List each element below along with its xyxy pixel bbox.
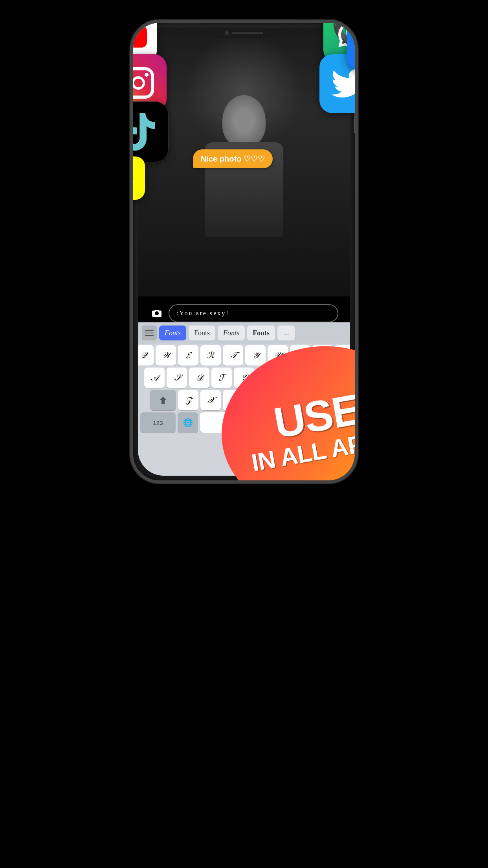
speaker-bar	[232, 32, 263, 34]
menu-button[interactable]	[142, 326, 157, 340]
instagram-camera	[130, 67, 154, 99]
font-tab-cursive[interactable]: Fonts	[159, 326, 186, 340]
tiktok-logo	[130, 113, 155, 151]
menu-line-1	[145, 330, 154, 331]
person-head	[222, 95, 266, 146]
key-shift[interactable]	[150, 390, 176, 410]
font-tab-italic[interactable]: Fonts	[218, 326, 245, 340]
font-tab-bar: Fonts Fonts Fonts Fonts …	[138, 322, 350, 344]
phone-frame: Nice photo ♡♡♡ :You.are.sexy!	[130, 20, 358, 484]
youtube-play-triangle	[130, 31, 136, 42]
key-a[interactable]: 𝒜	[144, 368, 165, 388]
key-f[interactable]: ℱ	[211, 368, 232, 388]
menu-line-3	[145, 335, 154, 336]
font-tab-gothic[interactable]: Fonts	[247, 326, 275, 340]
snapchat-icon[interactable]	[130, 156, 145, 200]
key-t[interactable]: 𝒯	[223, 345, 243, 366]
key-q[interactable]: 𝒬	[138, 345, 154, 366]
snapchat-ghost-logo	[130, 166, 136, 191]
tiktok-icon[interactable]	[130, 101, 169, 162]
menu-line-2	[145, 333, 154, 333]
font-tab-more[interactable]: …	[277, 326, 295, 340]
instagram-lens	[132, 76, 145, 90]
camera-button[interactable]	[150, 306, 164, 320]
facebook-icon[interactable]: f	[347, 20, 358, 70]
key-r[interactable]: ℛ	[200, 345, 221, 366]
key-x[interactable]: 𝒳	[200, 390, 221, 410]
key-y[interactable]: 𝒴	[245, 345, 266, 366]
key-numbers[interactable]: 123	[140, 412, 176, 433]
key-s[interactable]: 𝒮	[167, 368, 187, 388]
camera-dot	[225, 31, 229, 35]
text-input-bar: :You.are.sexy!	[150, 304, 338, 322]
key-w[interactable]: 𝒲	[156, 345, 176, 366]
key-d[interactable]: 𝒟	[189, 368, 209, 388]
twitter-bird-logo	[331, 69, 358, 99]
font-tab-serif[interactable]: Fonts	[189, 326, 215, 340]
key-z[interactable]: 𝒵	[178, 390, 198, 410]
chat-bubble: Nice photo ♡♡♡	[193, 149, 273, 168]
phone-notch	[205, 28, 283, 39]
text-input-field[interactable]: :You.are.sexy!	[169, 304, 338, 322]
key-e[interactable]: 𝓔	[178, 345, 198, 366]
instagram-dot	[145, 73, 149, 77]
youtube-logo	[130, 26, 147, 48]
key-globe[interactable]: 🌐	[178, 412, 198, 433]
